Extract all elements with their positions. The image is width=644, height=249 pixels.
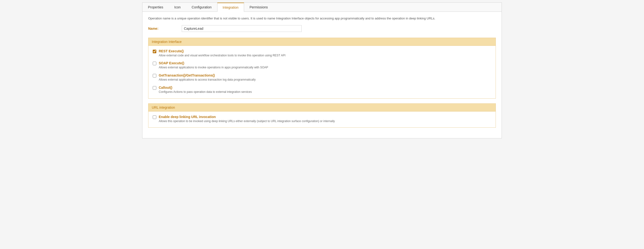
integration-interface-section: Integration Interface REST Execute() All… <box>148 38 496 99</box>
url-integration-header: URL integration <box>148 104 496 112</box>
rest-execute-desc: Allow external code and visual workflow … <box>159 54 286 58</box>
list-item: Enable deep linking URL invocation Allow… <box>153 115 491 123</box>
callout-checkbox[interactable] <box>153 86 156 90</box>
deep-linking-title: Enable deep linking URL invocation <box>159 115 335 119</box>
integration-interface-header: Integration Interface <box>148 38 496 46</box>
rest-execute-checkbox[interactable] <box>153 50 156 53</box>
tab-permissions[interactable]: Permissions <box>244 3 273 12</box>
callout-content: Callout() Configures Actions to pass ope… <box>159 86 252 94</box>
list-item: GetTransaction()/GetTransactions() Allow… <box>153 73 491 82</box>
deep-linking-content: Enable deep linking URL invocation Allow… <box>159 115 335 123</box>
get-transaction-content: GetTransaction()/GetTransactions() Allow… <box>159 73 256 82</box>
get-transaction-checkbox[interactable] <box>153 74 156 78</box>
url-integration-body: Enable deep linking URL invocation Allow… <box>148 112 496 128</box>
list-item: SOAP Execute() Allows external applicati… <box>153 61 491 70</box>
name-row: Name: <box>148 25 496 32</box>
deep-linking-checkbox[interactable] <box>153 115 156 119</box>
tab-configuration[interactable]: Configuration <box>186 3 217 12</box>
content-area: Operation name is a unique operation ide… <box>142 12 502 138</box>
page-description: Operation name is a unique operation ide… <box>148 16 496 21</box>
get-transaction-title: GetTransaction()/GetTransactions() <box>159 73 256 77</box>
tab-integration[interactable]: Integration <box>217 3 244 12</box>
tabs-bar: Properties Icon Configuration Integratio… <box>142 3 502 12</box>
name-label: Name: <box>148 27 182 31</box>
list-item: REST Execute() Allow external code and v… <box>153 49 491 58</box>
url-integration-section: URL integration Enable deep linking URL … <box>148 103 496 128</box>
callout-desc: Configures Actions to pass operation dat… <box>159 90 252 94</box>
tab-icon[interactable]: Icon <box>169 3 186 12</box>
soap-execute-desc: Allows external applications to invoke o… <box>159 66 268 70</box>
integration-interface-body: REST Execute() Allow external code and v… <box>148 46 496 98</box>
soap-execute-content: SOAP Execute() Allows external applicati… <box>159 61 268 70</box>
page-container: Properties Icon Configuration Integratio… <box>142 3 502 138</box>
rest-execute-title: REST Execute() <box>159 49 286 53</box>
soap-execute-checkbox[interactable] <box>153 62 156 65</box>
deep-linking-desc: Allows this operation to be invoked usin… <box>159 119 335 123</box>
rest-execute-content: REST Execute() Allow external code and v… <box>159 49 286 58</box>
soap-execute-title: SOAP Execute() <box>159 61 268 65</box>
name-input[interactable] <box>182 25 302 32</box>
callout-title: Callout() <box>159 86 252 90</box>
tab-properties[interactable]: Properties <box>142 3 169 12</box>
list-item: Callout() Configures Actions to pass ope… <box>153 86 491 94</box>
get-transaction-desc: Allows external applications to access t… <box>159 78 256 82</box>
